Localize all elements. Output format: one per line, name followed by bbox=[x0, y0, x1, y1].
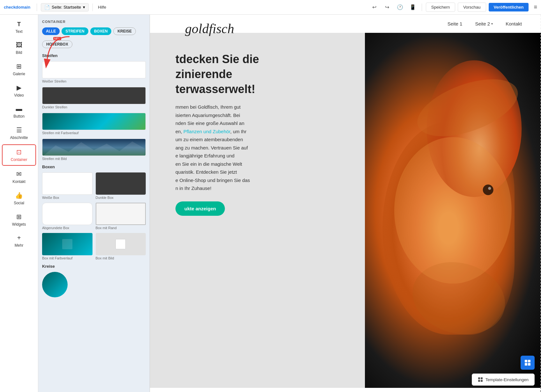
nav-link-seite2-label: Seite 2 bbox=[475, 21, 490, 26]
hero-right bbox=[365, 33, 541, 388]
container-panel: CONTAINER ALLE STREIFEN BOXEN KREISE NEU… bbox=[38, 15, 150, 392]
nav-link-seite2[interactable]: Seite 2 ▾ bbox=[475, 21, 493, 26]
filter-streifen[interactable]: STREIFEN bbox=[62, 27, 88, 35]
nav-link-kontakt[interactable]: Kontakt bbox=[506, 21, 522, 26]
sidebar-item-button[interactable]: ▬ Button bbox=[2, 102, 36, 122]
streifen-gradient[interactable]: Streifen mit Farbverlauf bbox=[42, 113, 146, 135]
streifen-section-label: Streifen bbox=[42, 53, 146, 58]
box-weiss-preview bbox=[42, 172, 93, 195]
sidebar-item-label: Kontakt bbox=[12, 179, 26, 184]
publish-button[interactable]: Veröffentlichen bbox=[489, 3, 529, 11]
page-selector[interactable]: 📄 Seite: Startseite ▾ bbox=[41, 3, 89, 11]
hero-cta-button[interactable]: ukte anzeigen bbox=[175, 201, 225, 216]
svg-text:goldfisch: goldfisch bbox=[185, 21, 234, 36]
button-icon: ▬ bbox=[16, 105, 22, 113]
boxen-section-label: Boxen bbox=[42, 164, 146, 169]
box-bild[interactable]: Box mit Bild bbox=[96, 233, 146, 260]
filter-kreise[interactable]: KREISE bbox=[113, 27, 136, 35]
canvas: goldfisch Seite 1 Seite 2 ▾ Kontakt bbox=[150, 15, 541, 392]
box-image-inner bbox=[115, 239, 126, 249]
filter-buttons: ALLE STREIFEN BOXEN KREISE NEU HOVERBOX bbox=[42, 27, 146, 48]
sidebar-item-mehr[interactable]: + Mehr bbox=[2, 231, 36, 251]
history-button[interactable]: 🕐 bbox=[395, 2, 405, 12]
streifen-weiss-label: Weißer Streifen bbox=[42, 79, 146, 83]
undo-button[interactable]: ↩ bbox=[369, 2, 380, 12]
filter-alle[interactable]: ALLE bbox=[42, 27, 60, 35]
streifen-gradient-preview bbox=[42, 113, 146, 130]
box-abgerundet-label: Abgerundete Box bbox=[42, 226, 93, 230]
box-farbverlauf-label: Box mit Farbverlauf bbox=[42, 256, 93, 260]
device-button[interactable]: 📱 bbox=[408, 2, 418, 12]
sidebar-item-label: Social bbox=[14, 201, 24, 205]
sidebar-item-galerie[interactable]: ⊞ Galerie bbox=[2, 59, 36, 79]
box-rand-preview bbox=[96, 203, 146, 225]
sidebar-item-label: Video bbox=[14, 93, 24, 98]
site-hero: tdecken Sie die zinierende terwasserwelt… bbox=[150, 33, 541, 388]
sidebar-item-widgets[interactable]: ⊞ Widgets bbox=[2, 210, 36, 230]
sidebar-item-kontakt[interactable]: ✉ Kontakt bbox=[2, 167, 36, 187]
streifen-gradient-label: Streifen mit Farbverlauf bbox=[42, 131, 146, 135]
kreise-section-label: Kreise bbox=[42, 264, 146, 269]
logo: checkdomain bbox=[4, 5, 30, 10]
topbar-divider-2 bbox=[93, 4, 93, 11]
filter-boxen[interactable]: BOXEN bbox=[90, 27, 112, 35]
boxen-grid: Weiße Box Dunkle Box Abgerundete Box Box… bbox=[42, 172, 146, 260]
box-farbverlauf[interactable]: Box mit Farbverlauf bbox=[42, 233, 93, 260]
topbar-divider-3 bbox=[422, 4, 422, 11]
sidebar-item-label: Button bbox=[13, 114, 25, 119]
sidebar-item-label: Abschnitte bbox=[10, 135, 28, 140]
streifen-dunkel-label: Dunkler Streifen bbox=[42, 105, 146, 109]
preview-button[interactable]: Vorschau bbox=[458, 3, 486, 12]
box-rand-label: Box mit Rand bbox=[96, 226, 146, 230]
streifen-weiss[interactable]: Weißer Streifen bbox=[42, 61, 146, 83]
social-icon: 👍 bbox=[15, 192, 23, 199]
kreise-preview[interactable] bbox=[42, 272, 68, 297]
filter-hoverbox[interactable]: HOVERBOX bbox=[42, 40, 72, 48]
hero-heading: tdecken Sie die zinierende terwasserwelt… bbox=[175, 52, 259, 97]
box-weiss[interactable]: Weiße Box bbox=[42, 172, 93, 200]
main-layout: T Text 🖼 Bild ⊞ Galerie ▶ Video ▬ Button… bbox=[0, 15, 541, 392]
box-bild-label: Box mit Bild bbox=[96, 256, 146, 260]
redo-button[interactable]: ↪ bbox=[382, 2, 392, 12]
sidebar-item-social[interactable]: 👍 Social bbox=[2, 188, 36, 208]
svg-rect-12 bbox=[528, 363, 530, 366]
streifen-dunkel-preview bbox=[42, 87, 146, 104]
streifen-weiss-preview bbox=[42, 61, 146, 78]
box-rand[interactable]: Box mit Rand bbox=[96, 203, 146, 230]
widget-icon-button[interactable] bbox=[521, 356, 535, 370]
streifen-dunkel[interactable]: Dunkler Streifen bbox=[42, 87, 146, 109]
box-bild-preview bbox=[96, 233, 146, 255]
sidebar-item-video[interactable]: ▶ Video bbox=[2, 81, 36, 101]
svg-rect-10 bbox=[528, 360, 530, 362]
container-icon: ⊡ bbox=[16, 148, 22, 156]
sidebar-item-label: Text bbox=[15, 29, 22, 34]
hero-left: tdecken Sie die zinierende terwasserwelt… bbox=[150, 33, 365, 388]
svg-rect-14 bbox=[481, 377, 483, 379]
sidebar-item-container[interactable]: ⊡ Container bbox=[2, 144, 36, 166]
hilfe-link[interactable]: Hilfe bbox=[98, 5, 106, 10]
hero-link[interactable]: Pflanzen und Zubehör bbox=[183, 129, 230, 134]
sidebar-item-bild[interactable]: 🖼 Bild bbox=[2, 38, 36, 58]
box-abgerundet[interactable]: Abgerundete Box bbox=[42, 203, 93, 230]
nav-dropdown-caret: ▾ bbox=[491, 22, 493, 25]
nav-link-seite1[interactable]: Seite 1 bbox=[448, 21, 463, 26]
page-icon: 📄 bbox=[44, 5, 50, 10]
sidebar-item-abschnitte[interactable]: ☰ Abschnitte bbox=[2, 123, 36, 143]
box-dunkel[interactable]: Dunkle Box bbox=[96, 172, 146, 200]
galerie-icon: ⊞ bbox=[16, 62, 22, 70]
streifen-bild[interactable]: Streifen mit Bild bbox=[42, 139, 146, 161]
abschnitte-icon: ☰ bbox=[16, 126, 22, 134]
hero-body: mmen bei Goldfisch, Ihrem gut isierten A… bbox=[175, 103, 259, 192]
sidebar: T Text 🖼 Bild ⊞ Galerie ▶ Video ▬ Button… bbox=[0, 15, 38, 392]
panel-title: CONTAINER bbox=[42, 20, 146, 24]
bild-icon: 🖼 bbox=[16, 41, 22, 49]
sidebar-item-text[interactable]: T Text bbox=[2, 18, 36, 37]
topbar: checkdomain 📄 Seite: Startseite ▾ Hilfe … bbox=[0, 0, 541, 15]
template-settings-label: Template-Einstellungen bbox=[485, 377, 529, 382]
neu-badge: NEU bbox=[53, 37, 61, 40]
save-button[interactable]: Speichern bbox=[426, 3, 456, 12]
svg-rect-16 bbox=[481, 380, 483, 382]
menu-icon[interactable]: ≡ bbox=[534, 4, 537, 11]
template-settings-button[interactable]: Template-Einstellungen bbox=[472, 374, 535, 386]
page-dropdown-icon: ▾ bbox=[83, 5, 85, 10]
